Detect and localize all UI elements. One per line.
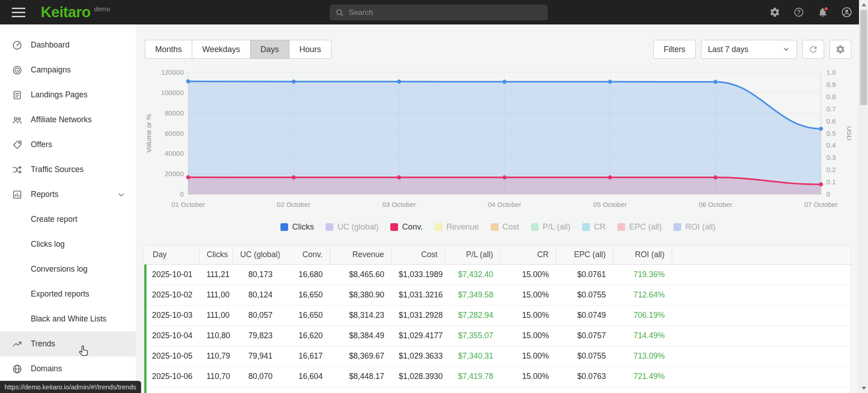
legend-item[interactable]: Cost [491, 222, 519, 232]
filters-button[interactable]: Filters [653, 40, 696, 59]
series-point-clicks[interactable] [819, 127, 823, 131]
legend-swatch [280, 223, 288, 231]
chart-legend: ClicksUC (global)Conv.RevenueCostP/L (al… [145, 220, 851, 233]
col-revenue[interactable]: Revenue [330, 245, 392, 264]
series-point-conv[interactable] [397, 175, 401, 179]
scroll-up-arrow-icon[interactable] [862, 3, 866, 6]
sidebar-item-domains[interactable]: Domains [0, 356, 136, 381]
table-row[interactable]: 2025-10-07 64,96 46,815 9,745 $4,920.61 … [146, 387, 851, 393]
help-icon[interactable]: ? [792, 6, 805, 19]
series-point-conv[interactable] [503, 175, 507, 179]
col-cost[interactable]: Cost [392, 245, 445, 264]
sidebar-item-create-report[interactable]: Create report [0, 207, 136, 232]
refresh-button[interactable] [802, 40, 824, 59]
report-settings-button[interactable] [830, 40, 851, 59]
cell-filler [672, 326, 851, 346]
scroll-down-arrow-icon[interactable] [862, 387, 866, 390]
series-point-clicks[interactable] [186, 79, 190, 83]
col-uc-global[interactable]: UC (global) [233, 245, 280, 264]
series-point-clicks[interactable] [713, 80, 717, 84]
table-row[interactable]: 2025-10-04 110,80 79,823 16,620 $8,384.4… [146, 326, 851, 346]
scrollbar[interactable] [859, 0, 868, 393]
cell-cost: $527.0990 [392, 387, 445, 393]
sidebar-item-label: Offers [31, 140, 52, 149]
search-box[interactable] [330, 5, 548, 20]
sidebar-item-traffic-sources[interactable]: Traffic Sources [0, 157, 136, 182]
legend-item[interactable]: P/L (all) [531, 222, 570, 232]
series-point-conv[interactable] [608, 175, 612, 179]
scrollbar-thumb[interactable] [860, 10, 867, 105]
legend-item[interactable]: Clicks [280, 222, 314, 232]
table-row[interactable]: 2025-10-06 110,70 80,070 16,604 $8,448.1… [146, 366, 851, 387]
y-right-axis-title: USD [846, 126, 851, 141]
cell-uc: 79,941 [233, 346, 280, 366]
report-chart-icon [12, 189, 23, 200]
sidebar-item-offers[interactable]: Offers [0, 132, 136, 157]
tab-months[interactable]: Months [145, 40, 192, 59]
col-epc[interactable]: EPC (all) [556, 245, 613, 264]
series-point-clicks[interactable] [292, 80, 296, 84]
legend-item[interactable]: Revenue [435, 222, 479, 232]
series-point-clicks[interactable] [397, 80, 401, 84]
sidebar-item-reports[interactable]: Reports [0, 182, 136, 207]
legend-item[interactable]: EPC (all) [617, 222, 662, 232]
legend-item[interactable]: UC (global) [326, 222, 379, 232]
sidebar-item-black-and-white-lists[interactable]: Black and White Lists [0, 307, 136, 331]
search-input[interactable] [349, 8, 542, 17]
sidebar-item-exported-reports[interactable]: Exported reports [0, 282, 136, 307]
series-point-conv[interactable] [819, 182, 823, 187]
cell-cost: $1,031.2928 [392, 305, 445, 326]
toolbar: Months Weekdays Days Hours Filters Last … [145, 40, 851, 59]
col-cr[interactable]: CR [501, 245, 556, 264]
menu-icon[interactable] [12, 8, 25, 17]
legend-item[interactable]: Conv. [390, 222, 423, 232]
trends-table: Day Clicks UC (global) Conv. Revenue Cos… [144, 245, 851, 393]
sidebar-item-campaigns[interactable]: Campaigns [0, 58, 136, 82]
notifications-bell-icon[interactable] [816, 6, 829, 19]
legend-label: P/L (all) [543, 222, 570, 232]
series-point-conv[interactable] [713, 175, 717, 179]
series-point-clicks[interactable] [503, 80, 507, 84]
tab-weekdays[interactable]: Weekdays [192, 40, 251, 59]
col-conv[interactable]: Conv. [280, 245, 330, 264]
cell-epc: $0.0755 [556, 285, 613, 305]
sidebar-item-trends[interactable]: Trends [0, 331, 136, 356]
tab-days[interactable]: Days [250, 40, 289, 59]
date-range-select[interactable]: Last 7 days [701, 40, 797, 59]
y-left-tick: 20000 [165, 170, 184, 177]
table-row[interactable]: 2025-10-02 111,00 80,124 16,650 $8,380.9… [146, 285, 851, 305]
series-point-conv[interactable] [186, 175, 190, 179]
topbar: Keitaro demo ? [0, 0, 859, 24]
cell-day: 2025-10-07 [146, 387, 199, 393]
series-point-clicks[interactable] [608, 80, 612, 84]
trends-chart[interactable]: 02000040000600008000010000012000001 Octo… [145, 63, 851, 217]
account-icon[interactable] [840, 6, 853, 19]
table-row[interactable]: 2025-10-05 110,79 79,941 16,617 $8,369.6… [146, 346, 851, 366]
col-roi[interactable]: ROI (all) [613, 245, 672, 264]
table-row[interactable]: 2025-10-03 111,00 80,057 16,650 $8,314.2… [146, 305, 851, 326]
brand-logo[interactable]: Keitaro [41, 5, 90, 19]
sidebar-item-label: Exported reports [31, 289, 89, 299]
refresh-icon [808, 44, 818, 54]
cell-cr: 15.00% [501, 387, 556, 393]
col-clicks[interactable]: Clicks [199, 245, 233, 264]
cell-roi: 714.49% [613, 326, 672, 346]
sidebar-item-landings-pages[interactable]: Landings Pages [0, 82, 136, 107]
legend-item[interactable]: ROI (all) [674, 222, 716, 232]
legend-item[interactable]: CR [582, 222, 606, 232]
series-point-conv[interactable] [292, 175, 296, 179]
sidebar-item-clicks-log[interactable]: Clicks log [0, 232, 136, 257]
cell-clicks: 110,79 [199, 346, 233, 366]
cell-epc: $0.0757 [556, 387, 613, 393]
sidebar-item-dashboard[interactable]: Dashboard [0, 33, 136, 58]
cell-filler [672, 346, 851, 366]
y-right-tick: 0.9 [826, 81, 836, 88]
date-range-value: Last 7 days [708, 45, 749, 54]
col-day[interactable]: Day [146, 245, 199, 264]
settings-gear-icon[interactable] [768, 6, 781, 19]
table-row[interactable]: 2025-10-01 111,21 80,173 16,680 $8,465.6… [146, 264, 851, 285]
tab-hours[interactable]: Hours [289, 40, 332, 59]
sidebar-item-affiliate-networks[interactable]: Affiliate Networks [0, 107, 136, 132]
col-pl[interactable]: P/L (all) [445, 245, 501, 264]
sidebar-item-conversions-log[interactable]: Conversions log [0, 257, 136, 282]
